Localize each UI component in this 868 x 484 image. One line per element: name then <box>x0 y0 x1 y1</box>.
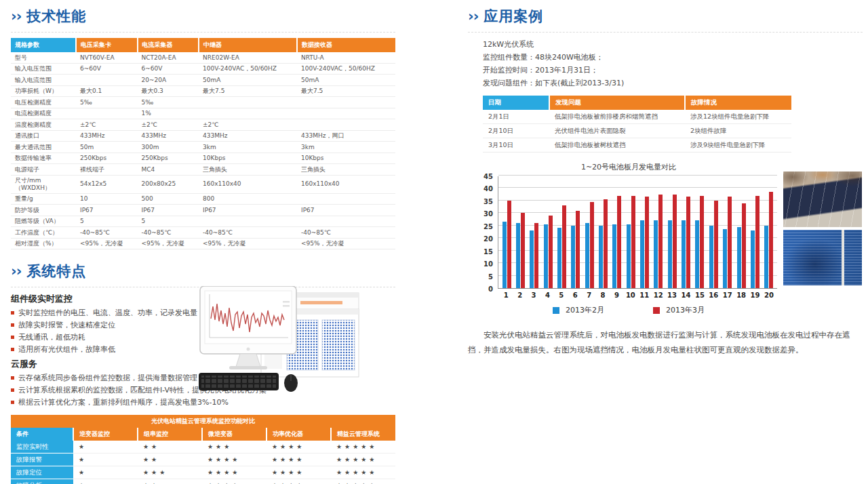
fault-table-header-cell: 故障情况 <box>685 96 791 110</box>
rooftop-solar-array-photo <box>783 172 862 227</box>
bar-group <box>748 196 762 288</box>
case-intro-line: 发现问题组件：如下表(截止到2013-3/31) <box>483 77 863 89</box>
bar-5 <box>562 205 566 288</box>
application-cases-heading: ››应用案例 <box>468 7 863 33</box>
y-axis-tick-label: 30 <box>484 210 493 218</box>
spec-table-cell: 6~60V <box>76 63 138 75</box>
spec-table-cell: 433MHz <box>76 130 138 142</box>
fault-table-cell: 低架排电池板被前排楼房和烟筒遮挡 <box>549 110 685 124</box>
x-axis-label: 12 <box>651 289 665 299</box>
spec-table-cell: ±2℃ <box>76 119 138 131</box>
spec-table-header-cell: 电流采集器 <box>138 38 199 52</box>
y-axis-tick-label: 45 <box>484 173 493 180</box>
spec-table-cell: 防护等级 <box>11 205 76 216</box>
spec-table-cell: 200x80x25 <box>138 175 199 193</box>
fault-table-cell: 2月1日 <box>483 110 549 124</box>
x-axis-label: 4 <box>540 289 554 299</box>
fault-table-body: 日期发现问题故障情况2月1日低架排电池板被前排楼房和烟筒遮挡涉及12块组件电量急… <box>483 96 791 153</box>
bar-group <box>707 201 720 288</box>
spec-table-cell: 250Kbps <box>138 153 199 164</box>
fault-table-cell: 低架排电池板被树枝遮挡 <box>549 138 685 153</box>
spec-table-cell: 100V-240VAC，50/60HZ <box>297 63 395 75</box>
chart-legend: 2013年2月2013年3月 <box>480 305 777 315</box>
comparison-title-row: 光伏电站精益云管理系统监控功能对比 <box>11 415 395 428</box>
spec-table-cell: 裸线端子 <box>76 164 138 176</box>
spec-table-cell: 10Kbps <box>199 153 297 164</box>
spec-table-cell: NCT20A-EA <box>138 52 199 63</box>
spec-table-cell: -40~85℃ <box>76 227 138 239</box>
bar-7 <box>590 202 594 288</box>
spec-table-cell: 1% <box>138 108 199 119</box>
case-intro: 12kW光伏系统监控组件数量：48块240W电池板；开始监控时间：2013年1月… <box>483 38 863 89</box>
keyboard-icon <box>199 373 279 390</box>
spec-table-body: 规格参数电压采集卡电流采集器中继器数据接收器型号NVT60V-EANCT20A-… <box>11 38 395 249</box>
spec-table-cell: 800 <box>199 193 297 205</box>
feature-item-text: 适用所有光伏组件，故障率低 <box>18 345 115 354</box>
system-features-heading: ››系统特点 <box>11 262 395 287</box>
x-axis-label: 5 <box>555 289 568 299</box>
spec-table-cell: 5 <box>76 216 138 227</box>
spec-table-cell <box>297 193 395 205</box>
chart-gridline <box>498 175 777 176</box>
spec-table-cell: 50mA <box>297 75 395 86</box>
monthly-output-bar-chart: 1~20号电池板月发电量对比 051015202530354045 123456… <box>480 162 777 315</box>
bar-20 <box>769 192 773 288</box>
comparison-header-row: 条件逆变器监控组串监控微逆变器功率优化器精益云管理系统 <box>11 428 395 441</box>
spec-table-cell: <95%，无冷凝 <box>138 238 199 249</box>
spec-table-row: 电流检测精度1% <box>11 108 395 119</box>
bar-19 <box>755 196 760 288</box>
bar-1 <box>502 222 507 288</box>
fault-table-row: 3月10日低架排电池板被树枝遮挡涉及9块组件电量急剧下降 <box>483 138 791 153</box>
bar-15 <box>700 196 704 288</box>
spec-table-row: 温度检测精度±2℃±2℃±2℃ <box>11 119 395 131</box>
star-rating: ★★★★ <box>202 453 267 466</box>
spec-table-cell: <95%，无冷凝 <box>297 238 395 249</box>
star-rating: ★★★★★ <box>331 466 395 479</box>
monitoring-software-illustration <box>199 286 360 395</box>
star-rating: ★★★ <box>202 441 267 453</box>
bar-17 <box>728 197 732 288</box>
comparison-header-cell: 功率优化器 <box>267 428 331 441</box>
bullet-icon <box>11 311 14 315</box>
bar-15 <box>695 220 699 288</box>
x-axis-label: 18 <box>734 289 748 299</box>
spec-table-header-cell: 中继器 <box>199 38 297 52</box>
legend-label: 2013年3月 <box>666 305 705 315</box>
comparison-header-cell: 组串监控 <box>138 428 202 441</box>
y-axis-tick-label: 25 <box>484 223 493 230</box>
comparison-row: 故障报警★★★★★★★★★★★★★★★★ <box>11 453 395 466</box>
spec-table-cell: 输入电流范围 <box>11 75 76 86</box>
case-summary: 安装光伏电站精益云管理系统后，对电池板发电数据进行监测与计算，系统发现电池板在发… <box>468 327 863 357</box>
feature-item: 根据云计算优化方案，重新排列组件顺序，提高发电量3%-10% <box>11 397 395 409</box>
spec-table-cell: IP67 <box>297 205 395 216</box>
star-rating: ★ <box>73 479 138 484</box>
spec-table-cell: -40~85℃ <box>199 227 297 239</box>
spec-table-cell: 电压检测精度 <box>11 97 76 108</box>
spec-table-cell: 通讯接口 <box>11 130 76 142</box>
star-rating: ★★★★ <box>267 479 331 484</box>
bar-group <box>624 196 637 288</box>
spec-table-row: 工作温度（℃）-40~85℃-40~85℃-40~85℃-40~85℃ <box>11 227 395 239</box>
fault-table-cell: 3月10日 <box>483 138 549 153</box>
spec-table: 规格参数电压采集卡电流采集器中继器数据接收器型号NVT60V-EANCT20A-… <box>11 38 395 249</box>
bar-4 <box>544 224 548 288</box>
comparison-row: 故障定位★★★★★★★★★★★★★★★★★ <box>11 466 395 479</box>
chart-plot <box>498 176 777 289</box>
spec-table-header-cell: 电压采集卡 <box>76 38 138 52</box>
bar-18 <box>737 227 741 288</box>
legend-item: 2013年2月 <box>553 305 604 315</box>
comparison-row: 故障分析★★★★★★★★★★★★★★★★ <box>11 479 395 484</box>
bullet-icon <box>11 336 14 339</box>
spec-table-cell: 相对湿度（%） <box>11 238 76 249</box>
spec-table-cell <box>199 108 297 119</box>
star-rating: ★★★★ <box>202 466 267 479</box>
bar-group <box>513 213 527 288</box>
spec-table-cell: 阻燃等级（VA） <box>11 216 76 227</box>
spec-table-cell: IP67 <box>199 205 297 216</box>
bar-group <box>637 197 651 288</box>
fault-table-header-cell: 发现问题 <box>549 96 685 110</box>
feature-item-text: 云存储系统同步备份组件监控数据，提供海量数据管理 <box>18 374 197 382</box>
spec-table-cell: NVT60V-EA <box>76 52 138 63</box>
star-rating: ★★ <box>138 479 202 484</box>
spec-table-cell <box>199 97 297 108</box>
